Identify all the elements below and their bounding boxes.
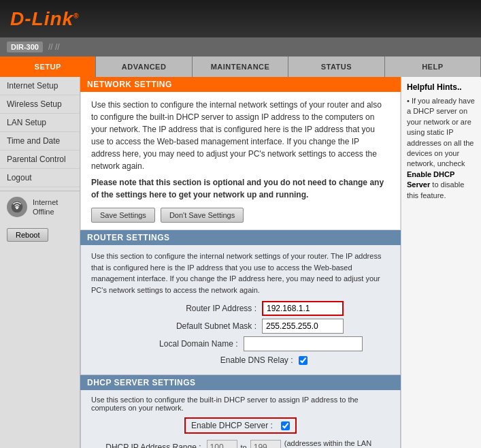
- dhcp-range-to-input[interactable]: [250, 440, 281, 448]
- dhcp-range-row: DHCP IP Address Range : to (addresses wi…: [91, 439, 390, 448]
- save-settings-button[interactable]: Save Settings: [91, 208, 155, 223]
- dns-relay-label: Enable DNS Relay :: [174, 354, 293, 366]
- network-setting-body: Use this section to configure the intern…: [80, 92, 401, 230]
- main: Internet Setup Wireless Setup LAN Setup …: [0, 77, 481, 448]
- router-settings: ROUTER SETTINGS Use this section to conf…: [80, 230, 401, 375]
- router-ip-input[interactable]: [262, 301, 344, 316]
- sidebar-item-logout[interactable]: Logout: [0, 169, 80, 187]
- reboot-section: Reboot: [0, 223, 80, 247]
- model-badge: DIR-300: [7, 42, 43, 52]
- dhcp-server-settings: DHCP SERVER SETTINGS Use this section to…: [80, 375, 401, 448]
- tab-maintenance[interactable]: MAINTENANCE: [193, 57, 288, 77]
- sidebar-item-internet-setup[interactable]: Internet Setup: [0, 77, 80, 95]
- reboot-button[interactable]: Reboot: [7, 228, 48, 242]
- dhcp-section-header: DHCP SERVER SETTINGS: [80, 375, 401, 390]
- status-icon: [7, 197, 27, 217]
- sidebar: Internet Setup Wireless Setup LAN Setup …: [0, 77, 80, 448]
- content: NETWORK SETTING Use this section to conf…: [80, 77, 401, 448]
- enable-dhcp-label: Enable DHCP Server :: [191, 421, 273, 430]
- network-setting-header: NETWORK SETTING: [80, 77, 401, 92]
- dhcp-range-label: DHCP IP Address Range :: [91, 443, 201, 448]
- range-to-text: to: [241, 443, 247, 448]
- router-settings-header: ROUTER SETTINGS: [80, 230, 401, 245]
- form-row-subnet-mask: Default Subnet Mask :: [91, 319, 390, 334]
- tab-advanced[interactable]: ADVANCED: [96, 57, 192, 77]
- status-text: Internet Offline: [33, 197, 58, 217]
- router-description: Use this section to configure the intern…: [91, 251, 390, 295]
- sidebar-item-wireless-setup[interactable]: Wireless Setup: [0, 95, 80, 114]
- tab-status[interactable]: STATUS: [288, 57, 384, 77]
- range-note: (addresses within the LAN subnet): [284, 439, 390, 448]
- local-domain-label: Local Domain Name :: [119, 338, 238, 350]
- dns-relay-checkbox[interactable]: [299, 356, 308, 365]
- svg-point-1: [16, 207, 18, 209]
- sidebar-item-parental-control[interactable]: Parental Control: [0, 150, 80, 169]
- form-row-local-domain: Local Domain Name :: [91, 336, 390, 351]
- tab-help[interactable]: HELP: [385, 57, 481, 77]
- form-row-router-ip: Router IP Address :: [91, 301, 390, 316]
- help-title: Helpful Hints..: [407, 82, 476, 92]
- dhcp-range-from-input[interactable]: [207, 440, 237, 448]
- logo-text: D-Link: [10, 8, 73, 29]
- logo-sup: ®: [73, 12, 79, 19]
- help-text: • If you already have a DHCP server on y…: [407, 96, 476, 201]
- tab-setup[interactable]: SETUP: [0, 57, 96, 77]
- logo: D-Link®: [10, 8, 79, 30]
- status-label: Internet: [33, 197, 58, 207]
- sidebar-item-lan-setup[interactable]: LAN Setup: [0, 114, 80, 132]
- dhcp-description: Use this section to configure the built-…: [91, 396, 390, 412]
- dont-save-settings-button[interactable]: Don't Save Settings: [161, 208, 244, 223]
- local-domain-input[interactable]: [244, 336, 363, 351]
- enable-dhcp-checkbox[interactable]: [281, 421, 290, 430]
- router-settings-body: Use this section to configure the intern…: [80, 245, 401, 375]
- help-panel: Helpful Hints.. • If you already have a …: [401, 77, 481, 448]
- tabbar: SETUP ADVANCED MAINTENANCE STATUS HELP: [0, 57, 481, 77]
- router-ip-label: Router IP Address :: [137, 302, 256, 315]
- router-form: Router IP Address : Default Subnet Mask …: [91, 301, 390, 366]
- form-row-dns-relay: Enable DNS Relay :: [91, 354, 390, 366]
- subnet-mask-label: Default Subnet Mask :: [137, 320, 256, 332]
- status-sublabel: Offline: [33, 207, 58, 217]
- network-description2: Please note that this section is optiona…: [91, 176, 390, 201]
- navbar: DIR-300 // //: [0, 37, 481, 57]
- network-description1: Use this section to configure the intern…: [91, 99, 390, 172]
- enable-dhcp-row: Enable DHCP Server :: [91, 417, 390, 434]
- nav-dividers: // //: [48, 42, 60, 52]
- enable-dhcp-box: Enable DHCP Server :: [184, 417, 297, 434]
- sidebar-item-time-and-date[interactable]: Time and Date: [0, 132, 80, 150]
- network-button-row: Save Settings Don't Save Settings: [91, 208, 390, 223]
- subnet-mask-input[interactable]: [262, 319, 344, 334]
- dhcp-body: Use this section to configure the built-…: [80, 390, 401, 448]
- sidebar-status: Internet Offline: [0, 191, 80, 223]
- header: D-Link®: [0, 0, 481, 37]
